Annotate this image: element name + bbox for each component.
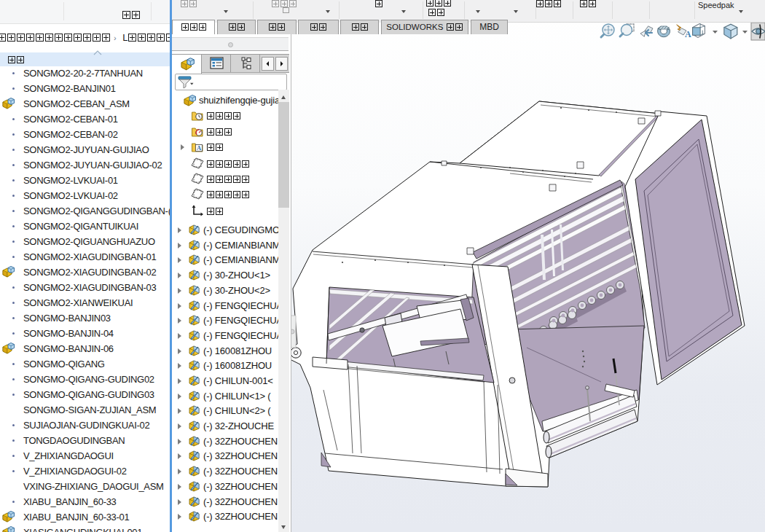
svg-text:A: A [197,144,202,152]
